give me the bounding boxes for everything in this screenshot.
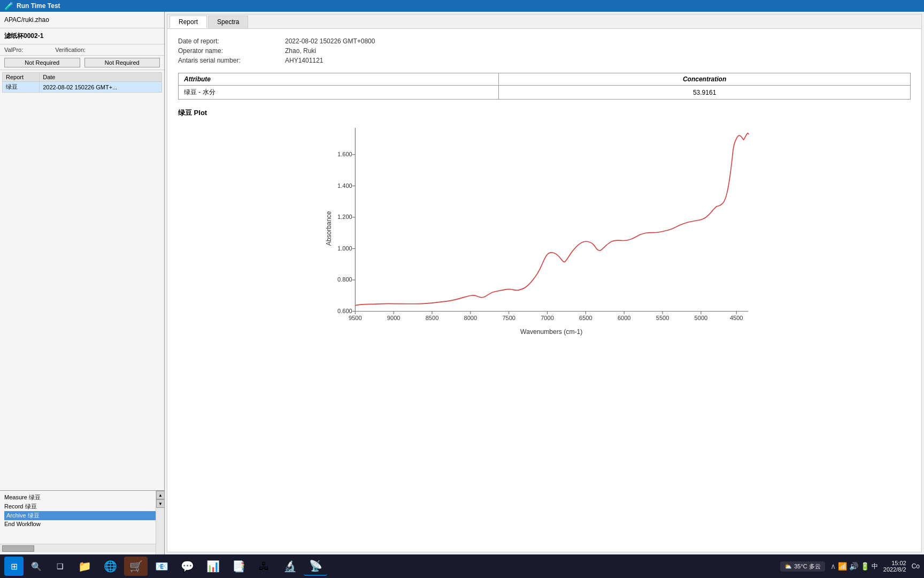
attribute-table: Attribute Concentration 绿豆 - 水分 53.9161: [178, 73, 911, 100]
workflow-item[interactable]: End Workflow: [4, 520, 160, 528]
svg-text:1.200: 1.200: [337, 214, 352, 220]
svg-text:4500: 4500: [730, 315, 743, 321]
workflow-scrollbar: ▲ ▼: [156, 491, 164, 554]
date-value: 2022-08-02 150226 GMT+0800: [285, 37, 375, 45]
plot-title: 绿豆 Plot: [178, 108, 911, 118]
svg-text:9500: 9500: [349, 315, 362, 321]
weather-temp: 35°C 多云: [794, 562, 821, 571]
window-title: Run Time Test: [17, 2, 60, 10]
svg-text:5000: 5000: [695, 315, 708, 321]
workflow-list: Measure 绿豆Record 绿豆Archive 绿豆End Workflo…: [0, 491, 164, 544]
workflow-hscrollbar: [0, 544, 164, 552]
operator-value: Zhao, Ruki: [285, 47, 316, 55]
report-content: Date of report: 2022-08-02 150226 GMT+08…: [167, 29, 921, 552]
tray-sound-icon[interactable]: 🔊: [849, 562, 858, 571]
left-panel: APAC/ruki.zhao 滤纸杯0002-1 ValPro: Verific…: [0, 12, 165, 554]
operator-label: Operator name:: [178, 47, 285, 55]
svg-text:8500: 8500: [426, 315, 439, 321]
date-col-header: Date: [40, 73, 162, 82]
label-row: ValPro: Verification:: [0, 44, 164, 56]
svg-text:6000: 6000: [618, 315, 631, 321]
svg-text:7000: 7000: [541, 315, 554, 321]
svg-text:0.600: 0.600: [337, 308, 352, 314]
date-cell: 2022-08-02 150226 GMT+...: [40, 82, 162, 93]
main-container: APAC/ruki.zhao 滤纸杯0002-1 ValPro: Verific…: [0, 12, 924, 554]
operator-row: Operator name: Zhao, Ruki: [178, 47, 911, 55]
taskbar-app-app10[interactable]: 📡: [304, 557, 327, 576]
svg-text:Absorbance: Absorbance: [325, 211, 333, 246]
co-label: Co: [910, 562, 920, 570]
button-row: Not Required Not Required: [0, 56, 164, 70]
taskbar-app-store[interactable]: 🛒: [124, 557, 148, 576]
attribute-header: Attribute: [179, 73, 499, 86]
svg-text:6500: 6500: [579, 315, 592, 321]
workflow-item[interactable]: Record 绿豆: [4, 502, 160, 511]
svg-text:1.400: 1.400: [337, 182, 352, 189]
tray-lang-icon[interactable]: 中: [872, 562, 878, 571]
taskbar-right: ⛅ 35°C 多云 ∧ 📶 🔊 🔋 中 15:02 2022/8/2 Co: [780, 560, 920, 573]
chart-container: 0.600 0.800 1.000 1.200 1.400 1.600 9500…: [189, 122, 900, 347]
taskbar-app-mail[interactable]: 📧: [150, 557, 173, 576]
system-tray: ∧ 📶 🔊 🔋 中: [828, 562, 880, 571]
taskbar-app-teams[interactable]: 💬: [175, 557, 199, 576]
tab-report[interactable]: Report: [170, 16, 207, 28]
taskbar: ⊞ 🔍 ❑ 📁 🌐 🛒 📧 💬 📊 📑 🖧 🔬 📡 ⛅ 35°C 多云 ∧ 📶 …: [0, 554, 924, 578]
verification-button[interactable]: Not Required: [84, 58, 160, 67]
serial-label: Antaris serial number:: [178, 57, 285, 64]
right-panel: Report Spectra Date of report: 2022-08-0…: [167, 14, 922, 552]
scroll-down-button[interactable]: ▼: [156, 499, 165, 508]
workflow-item[interactable]: Archive 绿豆: [4, 511, 160, 520]
username: APAC/ruki.zhao: [4, 16, 49, 24]
report-cell: 绿豆: [3, 82, 40, 93]
attribute-value: 绿豆 - 水分: [179, 86, 499, 100]
svg-text:1.600: 1.600: [337, 151, 352, 157]
svg-text:0.800: 0.800: [337, 276, 352, 283]
svg-text:7500: 7500: [502, 315, 515, 321]
concentration-header: Concentration: [499, 73, 911, 86]
start-button[interactable]: ⊞: [4, 557, 24, 576]
report-col-header: Report: [3, 73, 40, 82]
taskbar-app-edge[interactable]: 🌐: [98, 557, 122, 576]
workflow-item[interactable]: Measure 绿豆: [4, 493, 160, 502]
tray-battery-icon[interactable]: 🔋: [860, 562, 869, 571]
taskbar-app-app9[interactable]: 🔬: [278, 557, 302, 576]
spectral-chart: 0.600 0.800 1.000 1.200 1.400 1.600 9500…: [189, 122, 900, 347]
svg-text:9000: 9000: [387, 315, 401, 321]
taskview-button[interactable]: ❑: [49, 557, 71, 576]
report-table: Report Date 绿豆2022-08-02 150226 GMT+...: [2, 72, 162, 93]
report-table-row[interactable]: 绿豆2022-08-02 150226 GMT+...: [3, 82, 162, 93]
svg-text:5500: 5500: [656, 315, 669, 321]
report-meta: Date of report: 2022-08-02 150226 GMT+08…: [178, 37, 911, 64]
svg-text:Wavenumbers (cm-1): Wavenumbers (cm-1): [520, 328, 582, 336]
concentration-value: 53.9161: [499, 86, 911, 100]
weather-widget: ⛅ 35°C 多云: [780, 561, 825, 572]
verification-label: Verification:: [55, 47, 86, 53]
taskbar-app-explorer[interactable]: 📁: [73, 557, 96, 576]
svg-text:1.000: 1.000: [337, 245, 352, 252]
workflow-section: Measure 绿豆Record 绿豆Archive 绿豆End Workflo…: [0, 490, 164, 554]
title-bar: 🧪 Run Time Test: [0, 0, 924, 12]
date-label: Date of report:: [178, 37, 285, 45]
tab-spectra[interactable]: Spectra: [208, 16, 248, 28]
taskbar-app-office[interactable]: 📊: [201, 557, 225, 576]
serial-row: Antaris serial number: AHY1401121: [178, 57, 911, 64]
serial-value: AHY1401121: [285, 57, 323, 64]
svg-text:8000: 8000: [464, 315, 478, 321]
hscroll-thumb[interactable]: [2, 545, 34, 552]
search-button[interactable]: 🔍: [26, 557, 47, 576]
valpro-button[interactable]: Not Required: [4, 58, 80, 67]
report-list: Report Date 绿豆2022-08-02 150226 GMT+...: [0, 70, 164, 490]
app-icon: 🧪: [4, 2, 13, 10]
date-row: Date of report: 2022-08-02 150226 GMT+08…: [178, 37, 911, 45]
weather-icon: ⛅: [784, 563, 792, 570]
time-display: 15:02 2022/8/2: [883, 560, 906, 573]
clock-time: 15:02: [883, 560, 906, 566]
tabs-bar: Report Spectra: [167, 14, 921, 29]
clock-date: 2022/8/2: [883, 566, 906, 573]
tray-wifi-icon[interactable]: 📶: [838, 562, 847, 571]
valpro-label: ValPro:: [4, 47, 23, 53]
scroll-up-button[interactable]: ▲: [156, 491, 165, 499]
tray-icon-1[interactable]: ∧: [830, 562, 836, 571]
taskbar-app-powerpoint[interactable]: 📑: [227, 557, 250, 576]
taskbar-app-app8[interactable]: 🖧: [252, 557, 276, 576]
